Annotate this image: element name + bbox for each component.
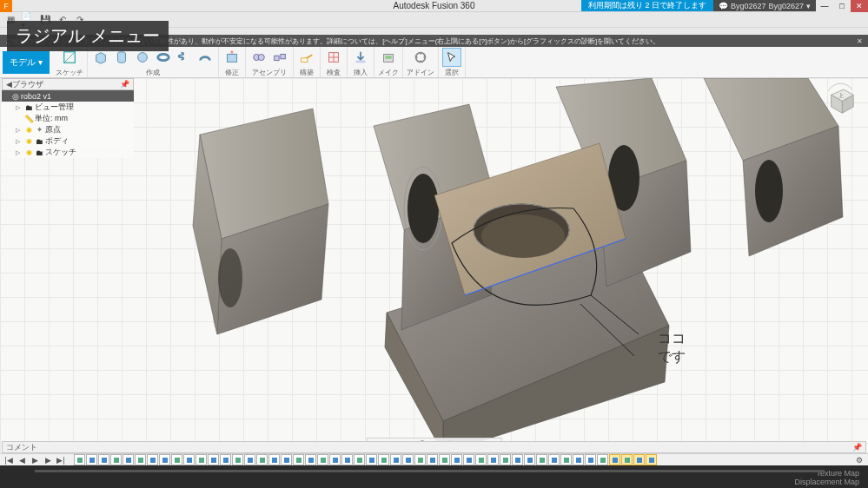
visibility-icon[interactable]: ◉ xyxy=(24,126,33,135)
user-menu[interactable]: 💬 Byg02627 Byg02627 ▾ xyxy=(713,0,816,11)
timeline-feature[interactable] xyxy=(646,454,657,465)
timeline-feature[interactable] xyxy=(256,454,268,465)
insert-icon[interactable] xyxy=(351,48,370,67)
timeline-feature[interactable] xyxy=(208,454,219,465)
timeline-feature[interactable] xyxy=(123,454,134,465)
notification-close-button[interactable]: ✕ xyxy=(857,37,863,45)
timeline-feature[interactable] xyxy=(159,454,170,465)
timeline-settings-button[interactable]: ⚙ xyxy=(854,455,865,465)
timeline-feature[interactable] xyxy=(354,454,365,465)
maximize-button[interactable]: □ xyxy=(833,0,851,12)
coil-icon[interactable] xyxy=(175,48,194,67)
comments-bar[interactable]: コメント 📌 xyxy=(2,441,866,453)
construct-icon[interactable] xyxy=(297,48,316,67)
timeline-last-button[interactable]: ▶| xyxy=(56,455,66,465)
timeline-feature[interactable] xyxy=(220,454,231,465)
timeline-feature[interactable] xyxy=(609,454,620,465)
assembly-icon[interactable] xyxy=(270,48,289,67)
timeline-feature[interactable] xyxy=(268,454,280,465)
timeline-feature[interactable] xyxy=(439,454,450,465)
timeline-feature[interactable] xyxy=(597,454,608,465)
svg-rect-67 xyxy=(588,458,593,463)
timeline-feature[interactable] xyxy=(195,454,207,465)
timeline-feature[interactable] xyxy=(110,454,122,465)
make-icon[interactable] xyxy=(379,48,398,67)
timeline-feature[interactable] xyxy=(341,454,353,465)
svg-rect-37 xyxy=(223,458,229,463)
timeline-track[interactable] xyxy=(74,454,846,465)
timeline-feature[interactable] xyxy=(451,454,462,465)
timeline-feature[interactable] xyxy=(573,454,584,465)
expand-icon[interactable]: ▷ xyxy=(16,127,23,134)
expand-icon[interactable]: ▷ xyxy=(16,104,23,111)
browser-item-views[interactable]: ▷ 🖿 ビュー管理 xyxy=(2,102,134,113)
timeline-feature[interactable] xyxy=(305,454,316,465)
modify-icon[interactable] xyxy=(222,48,242,67)
timeline-feature[interactable] xyxy=(487,454,499,465)
timeline-prev-button[interactable]: ◀ xyxy=(17,455,27,465)
pipe-icon[interactable] xyxy=(195,48,215,67)
browser-item-origin[interactable]: ▷ ◉ ⌖ 原点 xyxy=(2,124,134,135)
ribbon-group-sketch: スケッチ xyxy=(52,47,88,77)
timeline-feature[interactable] xyxy=(500,454,511,465)
svg-rect-32 xyxy=(162,458,168,463)
expand-icon[interactable]: ▽ xyxy=(3,93,10,100)
timeline-feature[interactable] xyxy=(536,454,547,465)
select-icon[interactable] xyxy=(442,48,461,67)
timeline-feature[interactable] xyxy=(293,454,304,465)
timeline-feature[interactable] xyxy=(378,454,389,465)
timeline-feature[interactable] xyxy=(366,454,377,465)
timeline-feature[interactable] xyxy=(548,454,560,465)
timeline-scrubber[interactable] xyxy=(35,470,825,472)
timeline-feature[interactable] xyxy=(171,454,182,465)
timeline-feature[interactable] xyxy=(98,454,109,465)
timeline-feature[interactable] xyxy=(621,454,633,465)
workspace-switcher[interactable]: モデル▾ xyxy=(3,51,50,74)
timeline-feature[interactable] xyxy=(135,454,146,465)
timeline-feature[interactable] xyxy=(427,454,438,465)
timeline-feature[interactable] xyxy=(74,454,85,465)
timeline-feature[interactable] xyxy=(475,454,487,465)
timeline-feature[interactable] xyxy=(414,454,426,465)
timeline-feature[interactable] xyxy=(147,454,158,465)
timeline-feature[interactable] xyxy=(585,454,596,465)
visibility-icon[interactable]: ◉ xyxy=(24,148,33,157)
expand-icon[interactable]: ▷ xyxy=(16,149,23,156)
browser-item-units[interactable]: 📏 単位: mm xyxy=(2,113,134,124)
close-button[interactable]: ✕ xyxy=(851,0,868,12)
browser-item-bodies[interactable]: ▷ ◉ 🖿 ボディ xyxy=(2,135,134,147)
addin-icon[interactable] xyxy=(411,48,430,67)
view-cube[interactable]: 上 xyxy=(823,82,858,117)
origin-icon: ⌖ xyxy=(35,126,43,135)
minimize-button[interactable]: — xyxy=(816,0,833,12)
timeline-feature[interactable] xyxy=(281,454,292,465)
timeline-play-button[interactable]: ▶ xyxy=(30,455,40,465)
timeline-feature[interactable] xyxy=(560,454,572,465)
inspect-icon[interactable] xyxy=(324,48,343,67)
timeline-first-button[interactable]: |◀ xyxy=(3,455,14,465)
timeline-feature[interactable] xyxy=(86,454,97,465)
timeline-feature[interactable] xyxy=(402,454,414,465)
timeline-feature[interactable] xyxy=(244,454,255,465)
pin-icon[interactable]: 📌 xyxy=(852,443,862,452)
browser-item-sketches[interactable]: ▷ ◉ 🖿 スケッチ xyxy=(2,147,134,158)
expand-icon[interactable]: ▷ xyxy=(16,138,23,145)
svg-rect-8 xyxy=(275,56,279,60)
browser-root-node[interactable]: ▽ ◎ robo2 v1 xyxy=(2,90,134,102)
joint-icon[interactable] xyxy=(249,48,268,67)
svg-rect-36 xyxy=(211,458,216,463)
visibility-icon[interactable]: ◉ xyxy=(24,137,33,146)
timeline-feature[interactable] xyxy=(390,454,401,465)
timeline-feature[interactable] xyxy=(512,454,523,465)
timeline-feature[interactable] xyxy=(183,454,195,465)
svg-rect-29 xyxy=(126,458,131,463)
timeline-feature[interactable] xyxy=(463,454,474,465)
timeline-feature[interactable] xyxy=(232,454,243,465)
timeline-feature[interactable] xyxy=(317,454,328,465)
timeline-feature[interactable] xyxy=(329,454,341,465)
trial-notice[interactable]: 利用期間は残り 2 日で終了します xyxy=(581,0,713,11)
timeline-next-button[interactable]: ▶ xyxy=(43,455,53,465)
pin-icon[interactable]: 📌 xyxy=(120,80,129,89)
timeline-feature[interactable] xyxy=(524,454,535,465)
timeline-feature[interactable] xyxy=(633,454,645,465)
